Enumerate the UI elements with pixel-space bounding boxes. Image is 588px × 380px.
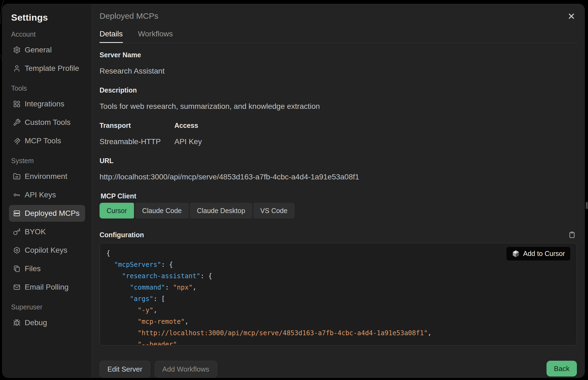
mcp-client-label: MCP Client bbox=[101, 192, 577, 200]
page-title: Deployed MCPs bbox=[100, 11, 158, 21]
sidebar-item-environment[interactable]: Environment bbox=[9, 168, 85, 185]
sidebar-item-mcp-tools[interactable]: MCP Tools bbox=[9, 132, 85, 149]
add-to-cursor-button[interactable]: Add to Cursor bbox=[506, 246, 571, 261]
sidebar-section-label-tools: Tools bbox=[11, 84, 85, 92]
description-label: Description bbox=[100, 86, 577, 94]
panel-header: Deployed MCPs ✕ Details Workflows bbox=[92, 4, 584, 43]
server-icon bbox=[13, 210, 21, 217]
code-line: "research-assistant": { bbox=[106, 270, 570, 282]
sidebar-item-label: Deployed MCPs bbox=[25, 209, 79, 218]
server-name-label: Server Name bbox=[100, 51, 577, 59]
code-line: "http://localhost:3000/api/mcp/serve/485… bbox=[106, 327, 570, 339]
description-value: Tools for web research, summarization, a… bbox=[100, 102, 577, 111]
code-line: "-y", bbox=[106, 305, 570, 316]
close-icon[interactable]: ✕ bbox=[566, 11, 577, 21]
configuration-code: { "mcpServers": { "research-assistant": … bbox=[106, 248, 570, 346]
sidebar-item-label: Debug bbox=[25, 318, 47, 327]
client-button-vs-code[interactable]: VS Code bbox=[253, 203, 295, 218]
server-name-value: Research Assistant bbox=[100, 66, 577, 76]
sidebar-item-label: Files bbox=[25, 264, 41, 273]
folder-code-icon bbox=[13, 173, 21, 180]
sidebar-item-integrations[interactable]: Integrations bbox=[9, 96, 85, 112]
sidebar-item-label: MCP Tools bbox=[25, 137, 61, 145]
bug-icon bbox=[13, 319, 21, 327]
sidebar-item-custom-tools[interactable]: Custom Tools bbox=[9, 114, 85, 131]
sidebar-item-label: Template Profile bbox=[25, 64, 79, 73]
transport-field: Transport Streamable-HTTP bbox=[100, 121, 174, 157]
client-button-claude-desktop[interactable]: Claude Desktop bbox=[190, 203, 252, 218]
sidebar-item-label: Custom Tools bbox=[25, 118, 71, 127]
files-icon bbox=[13, 265, 21, 273]
key-round-icon bbox=[13, 228, 21, 236]
code-line: { bbox=[106, 248, 570, 259]
grid-icon bbox=[13, 100, 21, 108]
edit-server-button[interactable]: Edit Server bbox=[100, 361, 150, 378]
sidebar-item-email-polling[interactable]: Email Polling bbox=[9, 279, 85, 296]
cursor-logo-icon bbox=[512, 250, 520, 258]
sidebar-item-files[interactable]: Files bbox=[9, 260, 85, 277]
key-icon bbox=[13, 191, 21, 199]
sidebar-item-deployed-mcps[interactable]: Deployed MCPs bbox=[9, 205, 85, 222]
sidebar-item-label: General bbox=[25, 46, 52, 54]
tab-details[interactable]: Details bbox=[100, 27, 123, 43]
sidebar-title: Settings bbox=[11, 12, 85, 23]
client-button-claude-code[interactable]: Claude Code bbox=[135, 203, 189, 218]
sidebar-item-label: BYOK bbox=[25, 227, 46, 236]
mcp-client-selector: CursorClaude CodeClaude DesktopVS Code bbox=[100, 203, 577, 218]
panel-footer: Edit Server Add Workflows Back bbox=[92, 352, 584, 378]
description-field: Description Tools for web research, summ… bbox=[100, 86, 577, 111]
hexagon-icon bbox=[13, 246, 21, 254]
details-content: Server Name Research Assistant Descripti… bbox=[92, 43, 584, 352]
sidebar-item-label: Environment bbox=[25, 172, 67, 181]
url-label: URL bbox=[100, 157, 577, 165]
tab-workflows[interactable]: Workflows bbox=[138, 27, 173, 43]
copy-configuration-button[interactable] bbox=[567, 230, 577, 240]
sidebar-item-label: Integrations bbox=[25, 100, 64, 108]
tab-bar: Details Workflows bbox=[100, 27, 577, 43]
mail-icon bbox=[13, 283, 21, 291]
mcp-icon bbox=[13, 137, 21, 145]
sidebar-item-api-keys[interactable]: API Keys bbox=[9, 186, 85, 203]
settings-sidebar: Settings AccountGeneralTemplate ProfileT… bbox=[2, 4, 92, 378]
access-value: API Key bbox=[174, 137, 202, 146]
sidebar-sections: AccountGeneralTemplate ProfileToolsInteg… bbox=[9, 30, 85, 331]
code-line: "--header" bbox=[106, 339, 570, 346]
access-field: Access API Key bbox=[174, 121, 202, 157]
user-icon bbox=[13, 65, 21, 72]
gear-icon bbox=[13, 46, 21, 54]
server-name-field: Server Name Research Assistant bbox=[100, 51, 577, 76]
sidebar-item-label: Email Polling bbox=[25, 283, 69, 292]
deployed-mcps-panel: Deployed MCPs ✕ Details Workflows Server… bbox=[92, 4, 584, 378]
transport-label: Transport bbox=[100, 121, 174, 129]
client-button-cursor[interactable]: Cursor bbox=[100, 203, 134, 218]
add-to-cursor-label: Add to Cursor bbox=[523, 250, 565, 258]
transport-value: Streamable-HTTP bbox=[100, 137, 174, 146]
window-scrollbar-thumb[interactable] bbox=[586, 202, 588, 209]
code-line: "mcpServers": { bbox=[106, 259, 570, 270]
url-field: URL http://localhost:3000/api/mcp/serve/… bbox=[100, 157, 577, 182]
configuration-label: Configuration bbox=[100, 231, 144, 239]
sidebar-item-copilot-keys[interactable]: Copilot Keys bbox=[9, 242, 85, 259]
code-line: "args": [ bbox=[106, 293, 570, 305]
transport-access-row: Transport Streamable-HTTP Access API Key bbox=[100, 121, 577, 157]
code-line: "command": "npx", bbox=[106, 282, 570, 293]
wrench-icon bbox=[13, 119, 21, 126]
sidebar-item-label: Copilot Keys bbox=[25, 246, 67, 255]
sidebar-item-general[interactable]: General bbox=[9, 42, 85, 58]
clipboard-icon bbox=[568, 231, 576, 239]
sidebar-item-debug[interactable]: Debug bbox=[9, 314, 85, 331]
add-workflows-button[interactable]: Add Workflows bbox=[155, 361, 217, 378]
sidebar-section-label-superuser: Superuser bbox=[11, 303, 85, 311]
sidebar-item-byok[interactable]: BYOK bbox=[9, 223, 85, 240]
access-label: Access bbox=[174, 121, 202, 129]
sidebar-section-label-system: System bbox=[11, 157, 85, 165]
code-line: "mcp-remote", bbox=[106, 316, 570, 327]
sidebar-section-label-account: Account bbox=[11, 30, 85, 38]
sidebar-item-template-profile[interactable]: Template Profile bbox=[9, 60, 85, 77]
settings-modal: Settings AccountGeneralTemplate ProfileT… bbox=[2, 4, 585, 378]
back-button[interactable]: Back bbox=[547, 361, 577, 376]
url-value: http://localhost:3000/api/mcp/serve/4853… bbox=[100, 172, 577, 182]
sidebar-item-label: API Keys bbox=[25, 191, 56, 199]
configuration-code-block[interactable]: { "mcpServers": { "research-assistant": … bbox=[100, 243, 577, 346]
